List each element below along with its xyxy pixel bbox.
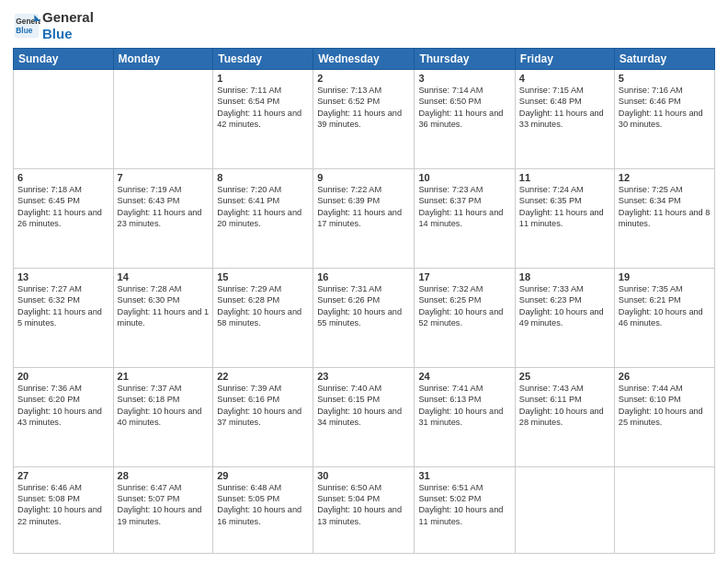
calendar-cell: 9Sunrise: 7:22 AM Sunset: 6:39 PM Daylig… xyxy=(313,168,415,268)
day-number: 30 xyxy=(317,470,410,481)
calendar-cell: 18Sunrise: 7:33 AM Sunset: 6:23 PM Dayli… xyxy=(515,268,614,367)
column-header-thursday: Thursday xyxy=(415,49,515,70)
day-number: 21 xyxy=(118,371,210,382)
calendar-header-row: SundayMondayTuesdayWednesdayThursdayFrid… xyxy=(14,49,715,70)
day-number: 12 xyxy=(619,172,711,183)
day-number: 16 xyxy=(317,271,410,282)
column-header-saturday: Saturday xyxy=(614,49,714,70)
calendar-cell: 19Sunrise: 7:35 AM Sunset: 6:21 PM Dayli… xyxy=(614,268,714,367)
day-info: Sunrise: 6:47 AM Sunset: 5:07 PM Dayligh… xyxy=(118,482,210,528)
day-info: Sunrise: 7:19 AM Sunset: 6:43 PM Dayligh… xyxy=(118,184,210,230)
day-info: Sunrise: 7:22 AM Sunset: 6:39 PM Dayligh… xyxy=(317,184,410,230)
day-info: Sunrise: 7:18 AM Sunset: 6:45 PM Dayligh… xyxy=(17,184,109,230)
calendar-cell: 14Sunrise: 7:28 AM Sunset: 6:30 PM Dayli… xyxy=(113,268,213,367)
day-number: 24 xyxy=(418,371,510,382)
day-info: Sunrise: 7:25 AM Sunset: 6:34 PM Dayligh… xyxy=(619,184,711,230)
calendar-cell: 5Sunrise: 7:16 AM Sunset: 6:46 PM Daylig… xyxy=(614,70,714,169)
day-info: Sunrise: 6:50 AM Sunset: 5:04 PM Dayligh… xyxy=(317,482,410,528)
column-header-friday: Friday xyxy=(515,49,614,70)
day-info: Sunrise: 7:16 AM Sunset: 6:46 PM Dayligh… xyxy=(619,85,711,131)
calendar-cell: 6Sunrise: 7:18 AM Sunset: 6:45 PM Daylig… xyxy=(14,168,114,268)
day-number: 11 xyxy=(519,172,610,183)
day-info: Sunrise: 7:15 AM Sunset: 6:48 PM Dayligh… xyxy=(519,85,610,131)
day-number: 1 xyxy=(217,73,309,84)
calendar-cell: 4Sunrise: 7:15 AM Sunset: 6:48 PM Daylig… xyxy=(515,70,614,169)
day-number: 17 xyxy=(418,271,510,282)
svg-text:Blue: Blue xyxy=(16,26,32,35)
calendar-week-row: 1Sunrise: 7:11 AM Sunset: 6:54 PM Daylig… xyxy=(14,70,715,169)
day-number: 25 xyxy=(519,371,610,382)
day-number: 6 xyxy=(17,172,109,183)
calendar-cell: 2Sunrise: 7:13 AM Sunset: 6:52 PM Daylig… xyxy=(313,70,415,169)
day-info: Sunrise: 7:23 AM Sunset: 6:37 PM Dayligh… xyxy=(418,184,510,230)
calendar-cell xyxy=(113,70,213,169)
day-info: Sunrise: 7:43 AM Sunset: 6:11 PM Dayligh… xyxy=(519,383,610,429)
day-info: Sunrise: 7:33 AM Sunset: 6:23 PM Dayligh… xyxy=(519,283,610,329)
day-info: Sunrise: 7:35 AM Sunset: 6:21 PM Dayligh… xyxy=(619,283,711,329)
calendar-cell: 3Sunrise: 7:14 AM Sunset: 6:50 PM Daylig… xyxy=(415,70,515,169)
calendar-cell: 17Sunrise: 7:32 AM Sunset: 6:25 PM Dayli… xyxy=(415,268,515,367)
calendar-week-row: 27Sunrise: 6:46 AM Sunset: 5:08 PM Dayli… xyxy=(14,466,715,553)
calendar-cell: 30Sunrise: 6:50 AM Sunset: 5:04 PM Dayli… xyxy=(313,466,415,553)
day-info: Sunrise: 7:29 AM Sunset: 6:28 PM Dayligh… xyxy=(217,283,309,329)
day-number: 26 xyxy=(619,371,711,382)
calendar-cell: 27Sunrise: 6:46 AM Sunset: 5:08 PM Dayli… xyxy=(14,466,114,553)
day-number: 28 xyxy=(118,470,210,481)
calendar-cell: 11Sunrise: 7:24 AM Sunset: 6:35 PM Dayli… xyxy=(515,168,614,268)
logo-icon: General Blue xyxy=(13,12,40,40)
calendar-cell: 15Sunrise: 7:29 AM Sunset: 6:28 PM Dayli… xyxy=(213,268,313,367)
column-header-monday: Monday xyxy=(113,49,213,70)
day-number: 22 xyxy=(217,371,309,382)
calendar-cell xyxy=(614,466,714,553)
calendar-cell: 23Sunrise: 7:40 AM Sunset: 6:15 PM Dayli… xyxy=(313,367,415,466)
calendar-cell: 20Sunrise: 7:36 AM Sunset: 6:20 PM Dayli… xyxy=(14,367,114,466)
day-info: Sunrise: 7:37 AM Sunset: 6:18 PM Dayligh… xyxy=(118,383,210,429)
calendar-cell: 1Sunrise: 7:11 AM Sunset: 6:54 PM Daylig… xyxy=(213,70,313,169)
calendar-cell: 31Sunrise: 6:51 AM Sunset: 5:02 PM Dayli… xyxy=(415,466,515,553)
day-number: 19 xyxy=(619,271,711,282)
day-number: 9 xyxy=(317,172,410,183)
calendar-week-row: 6Sunrise: 7:18 AM Sunset: 6:45 PM Daylig… xyxy=(14,168,715,268)
day-info: Sunrise: 6:46 AM Sunset: 5:08 PM Dayligh… xyxy=(17,482,109,528)
day-info: Sunrise: 7:44 AM Sunset: 6:10 PM Dayligh… xyxy=(619,383,711,429)
calendar-cell: 21Sunrise: 7:37 AM Sunset: 6:18 PM Dayli… xyxy=(113,367,213,466)
day-number: 14 xyxy=(118,271,210,282)
day-number: 20 xyxy=(17,371,109,382)
day-number: 27 xyxy=(17,470,109,481)
day-number: 8 xyxy=(217,172,309,183)
calendar-cell: 25Sunrise: 7:43 AM Sunset: 6:11 PM Dayli… xyxy=(515,367,614,466)
column-header-sunday: Sunday xyxy=(14,49,114,70)
day-number: 2 xyxy=(317,73,410,84)
day-info: Sunrise: 7:14 AM Sunset: 6:50 PM Dayligh… xyxy=(418,85,510,131)
day-info: Sunrise: 7:32 AM Sunset: 6:25 PM Dayligh… xyxy=(418,283,510,329)
day-number: 15 xyxy=(217,271,309,282)
logo-blue: Blue xyxy=(42,26,73,41)
day-number: 18 xyxy=(519,271,610,282)
day-number: 31 xyxy=(418,470,510,481)
calendar-cell xyxy=(515,466,614,553)
calendar-cell: 13Sunrise: 7:27 AM Sunset: 6:32 PM Dayli… xyxy=(14,268,114,367)
logo-text: General Blue xyxy=(42,9,94,42)
day-info: Sunrise: 7:31 AM Sunset: 6:26 PM Dayligh… xyxy=(317,283,410,329)
calendar-cell: 26Sunrise: 7:44 AM Sunset: 6:10 PM Dayli… xyxy=(614,367,714,466)
column-header-wednesday: Wednesday xyxy=(313,49,415,70)
day-number: 4 xyxy=(519,73,610,84)
calendar-cell: 28Sunrise: 6:47 AM Sunset: 5:07 PM Dayli… xyxy=(113,466,213,553)
calendar-cell: 10Sunrise: 7:23 AM Sunset: 6:37 PM Dayli… xyxy=(415,168,515,268)
calendar-cell: 22Sunrise: 7:39 AM Sunset: 6:16 PM Dayli… xyxy=(213,367,313,466)
day-info: Sunrise: 6:51 AM Sunset: 5:02 PM Dayligh… xyxy=(418,482,510,528)
calendar-cell xyxy=(14,70,114,169)
day-info: Sunrise: 6:48 AM Sunset: 5:05 PM Dayligh… xyxy=(217,482,309,528)
calendar-cell: 7Sunrise: 7:19 AM Sunset: 6:43 PM Daylig… xyxy=(113,168,213,268)
calendar-cell: 29Sunrise: 6:48 AM Sunset: 5:05 PM Dayli… xyxy=(213,466,313,553)
day-info: Sunrise: 7:11 AM Sunset: 6:54 PM Dayligh… xyxy=(217,85,309,131)
day-info: Sunrise: 7:36 AM Sunset: 6:20 PM Dayligh… xyxy=(17,383,109,429)
calendar-week-row: 13Sunrise: 7:27 AM Sunset: 6:32 PM Dayli… xyxy=(14,268,715,367)
day-number: 13 xyxy=(17,271,109,282)
calendar-cell: 8Sunrise: 7:20 AM Sunset: 6:41 PM Daylig… xyxy=(213,168,313,268)
calendar-cell: 16Sunrise: 7:31 AM Sunset: 6:26 PM Dayli… xyxy=(313,268,415,367)
day-number: 29 xyxy=(217,470,309,481)
day-number: 7 xyxy=(118,172,210,183)
calendar-cell: 12Sunrise: 7:25 AM Sunset: 6:34 PM Dayli… xyxy=(614,168,714,268)
day-info: Sunrise: 7:20 AM Sunset: 6:41 PM Dayligh… xyxy=(217,184,309,230)
